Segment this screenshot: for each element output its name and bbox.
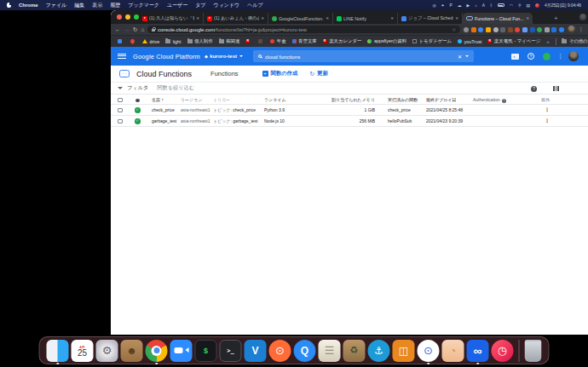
- bookmark-folder-light[interactable]: light: [165, 39, 181, 44]
- notifications-icon[interactable]: [543, 53, 551, 60]
- tab-youtube-2[interactable]: (1) あいみょん - 裸の心... ✕: [204, 13, 268, 24]
- clear-search-icon[interactable]: ✕: [458, 54, 462, 60]
- row-actions-button[interactable]: ⋮: [545, 116, 550, 127]
- menu-app-name[interactable]: Chrome: [19, 3, 38, 8]
- dock-item-contacts[interactable]: [121, 340, 143, 362]
- dock-item-recycle-bag-app[interactable]: [343, 340, 366, 362]
- close-tab-icon[interactable]: ✕: [261, 16, 264, 20]
- search-dropdown-chevron-icon[interactable]: [465, 55, 469, 57]
- dock-item-chrome[interactable]: [146, 340, 168, 362]
- reload-button[interactable]: ↻: [133, 26, 137, 33]
- forward-button[interactable]: →: [124, 26, 130, 32]
- input-source-icon[interactable]: A: [482, 3, 485, 8]
- menu-item-bookmarks[interactable]: ブックマーク: [128, 2, 159, 9]
- dock-item-sequel-pro[interactable]: [319, 340, 341, 362]
- function-name-link[interactable]: garbage_test: [152, 116, 176, 127]
- column-settings-icon[interactable]: [553, 86, 559, 91]
- close-tab-icon[interactable]: ✕: [326, 16, 329, 20]
- row-checkbox[interactable]: [118, 119, 123, 124]
- select-all-checkbox[interactable]: [118, 98, 123, 103]
- dock-item-calendar[interactable]: 4月 25: [72, 340, 94, 362]
- home-button[interactable]: ⌂: [141, 26, 144, 32]
- filter-input-placeholder[interactable]: 関数を絞り込む: [157, 84, 194, 92]
- menu-item-tabs[interactable]: タブ: [195, 2, 205, 9]
- extension-icon[interactable]: [471, 27, 476, 32]
- extension-icon[interactable]: [530, 27, 535, 32]
- back-button[interactable]: ←: [115, 26, 121, 32]
- extension-icon[interactable]: [486, 27, 491, 32]
- dock-item-diagram-app[interactable]: [393, 340, 415, 362]
- spotlight-icon[interactable]: ⚲: [518, 3, 522, 8]
- extension-icon[interactable]: [464, 27, 469, 32]
- project-selector[interactable]: ◆ kuroro-test: [205, 52, 243, 61]
- function-name-link[interactable]: check_price: [152, 105, 175, 116]
- dock-item-clock-app[interactable]: [492, 340, 514, 362]
- menu-item-file[interactable]: ファイル: [46, 2, 67, 9]
- dock-item-vscode[interactable]: [245, 340, 267, 362]
- battery-icon[interactable]: [498, 3, 504, 7]
- help-icon[interactable]: ?: [527, 53, 534, 60]
- profile-avatar[interactable]: [579, 14, 586, 20]
- wifi-icon[interactable]: ◠: [510, 3, 513, 8]
- dock-item-terminal[interactable]: [220, 340, 242, 362]
- bookmark-item[interactable]: [118, 39, 124, 43]
- password-manager-icon[interactable]: P: [450, 3, 453, 8]
- row-actions-button[interactable]: ⋮: [545, 105, 550, 116]
- menu-item-help[interactable]: ヘルプ: [247, 2, 262, 9]
- extension-icon[interactable]: [508, 27, 513, 32]
- close-window-button[interactable]: [117, 14, 122, 20]
- bookmark-item-rakuten[interactable]: R: [245, 39, 252, 43]
- close-tab-icon[interactable]: ✕: [526, 16, 529, 20]
- record-icon[interactable]: ◎: [432, 3, 435, 8]
- menu-item-window[interactable]: ウィンドウ: [214, 2, 240, 9]
- menu-item-view[interactable]: 表示: [92, 2, 102, 9]
- table-help-icon[interactable]: ?: [531, 86, 537, 92]
- browser-profile-avatar[interactable]: [568, 26, 575, 33]
- bookmark-item-drive[interactable]: drive: [142, 39, 159, 44]
- extension-icon[interactable]: [478, 27, 483, 32]
- hamburger-menu-icon[interactable]: [118, 54, 126, 59]
- dock-item-system-preferences[interactable]: [96, 340, 118, 362]
- menu-item-edit[interactable]: 編集: [74, 2, 84, 9]
- media-play-icon[interactable]: ▶: [467, 3, 470, 8]
- bookmark-item-aozora[interactable]: 青空文庫: [292, 38, 317, 44]
- bookmark-item[interactable]: [130, 39, 137, 43]
- create-function-button[interactable]: + 関数の作成: [262, 70, 298, 77]
- bookmark-folder-personal[interactable]: 個人制作: [187, 38, 213, 44]
- dock-item-postman[interactable]: [269, 340, 291, 362]
- cloud-sync-icon[interactable]: ☁: [458, 3, 462, 8]
- volume-icon[interactable]: ♪: [475, 3, 476, 8]
- shortcuts-icon[interactable]: ✦: [441, 3, 445, 8]
- menu-clock[interactable]: 4月25日(日) 9:04:46: [545, 3, 581, 8]
- dock-item-finder[interactable]: [47, 340, 69, 362]
- bookmark-item-rakuten-denki[interactable]: R楽天電気・マイページ: [487, 38, 540, 44]
- tab-cloud-scheduler[interactable]: ジョブ – Cloud Sched... ✕: [398, 13, 463, 24]
- extension-icon[interactable]: [500, 27, 505, 32]
- dock-item-palette-app[interactable]: [442, 340, 464, 362]
- tab-google-cloud-functions-doc[interactable]: GoogleCloudFunction... ✕: [268, 13, 333, 24]
- new-tab-button[interactable]: +: [554, 14, 558, 22]
- bookmark-item-appsflyer[interactable]: appsflyerの資料: [367, 38, 406, 44]
- dock-item-infinity-app[interactable]: [467, 340, 489, 362]
- extension-icon[interactable]: [515, 27, 520, 32]
- bookmark-item-youtrust[interactable]: youTrust: [458, 39, 481, 44]
- dock-item-docker[interactable]: [368, 340, 390, 362]
- dock-item-quicktime[interactable]: [294, 340, 316, 362]
- tab-cloud-functions-active[interactable]: ··· Functions – Cloud Fun... ✕: [463, 13, 533, 24]
- bookmark-folder-stocks[interactable]: 株関連: [219, 38, 240, 44]
- dock-item-iterm[interactable]: [195, 340, 217, 362]
- close-tab-icon[interactable]: ✕: [196, 16, 199, 20]
- cloud-shell-icon[interactable]: >_: [511, 54, 519, 60]
- bookmark-item-rakuten-calendar[interactable]: R楽天カレンダー: [323, 38, 362, 44]
- bookmark-item[interactable]: [258, 39, 265, 43]
- refresh-button[interactable]: ↻ 更新: [309, 70, 327, 77]
- extension-icon[interactable]: [545, 27, 550, 32]
- apple-menu-icon[interactable]: [7, 3, 11, 8]
- other-bookmarks-button[interactable]: その他のブックマーク: [562, 38, 588, 44]
- dock-item-trash[interactable]: [525, 340, 542, 362]
- bookmark-item-tomodachi-game[interactable]: トモダチゲーム: [412, 38, 452, 44]
- menu-item-users[interactable]: ユーザー: [167, 2, 187, 9]
- dock-item-zoom[interactable]: [170, 340, 193, 362]
- gcp-brand[interactable]: Google Cloud Platform: [133, 53, 200, 60]
- address-bar[interactable]: console.cloud.google.com/functions/list?…: [147, 26, 460, 34]
